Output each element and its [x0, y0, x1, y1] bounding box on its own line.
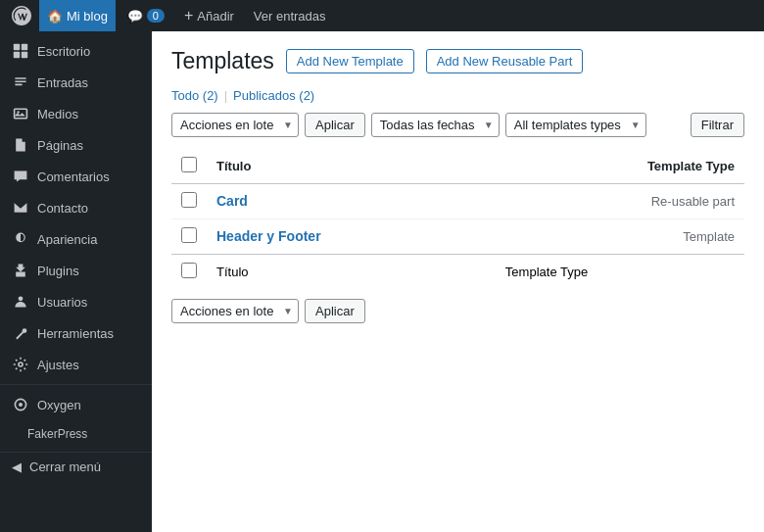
row-title-link[interactable]: Card — [216, 193, 248, 209]
sidebar-label-apariencia: Apariencia — [37, 232, 97, 247]
tfoot-type: Template Type — [496, 254, 744, 289]
batch-actions-select[interactable]: Acciones en lote — [171, 113, 299, 137]
svg-rect-4 — [15, 109, 27, 119]
close-menu[interactable]: ◀ Cerrar menú — [0, 452, 152, 481]
tfoot-select-all-checkbox[interactable] — [181, 263, 197, 278]
settings-icon — [12, 356, 29, 373]
bottom-filter-row: Acciones en lote ▼ Aplicar — [171, 299, 744, 323]
comment-icon: 💬 — [127, 9, 143, 24]
sidebar-label-medios: Medios — [37, 107, 78, 121]
add-new-template-button[interactable]: Add New Template — [286, 49, 414, 73]
svg-point-5 — [17, 111, 19, 113]
select-all-checkbox[interactable] — [181, 157, 197, 172]
dates-select[interactable]: Todas las fechas — [371, 113, 500, 137]
home-icon: 🏠 — [47, 9, 63, 24]
sidebar-item-usuarios[interactable]: Usuarios — [0, 286, 152, 317]
row-checkbox[interactable] — [181, 227, 197, 243]
row-checkbox-cell — [171, 183, 207, 218]
sidebar-item-fakerpress[interactable]: FakerPress — [0, 420, 152, 448]
templates-table: Título Template Type Card Re-usable part… — [171, 149, 744, 289]
admin-bar-view-posts[interactable]: Ver entradas — [246, 0, 334, 31]
svg-point-9 — [19, 403, 23, 407]
apply-batch-button[interactable]: Aplicar — [305, 113, 365, 137]
sidebar-item-contacto[interactable]: Contacto — [0, 192, 152, 223]
bottom-batch-actions-select[interactable]: Acciones en lote — [171, 299, 299, 323]
bottom-apply-button[interactable]: Aplicar — [305, 299, 365, 323]
media-icon — [12, 105, 29, 122]
sidebar-item-comentarios[interactable]: Comentarios — [0, 161, 152, 192]
svg-rect-3 — [22, 52, 27, 58]
sidebar-label-entradas: Entradas — [37, 75, 88, 90]
sidebar: Escritorio Entradas Medios Páginas Comen — [0, 31, 152, 532]
sidebar-item-medios[interactable]: Medios — [0, 98, 152, 129]
close-menu-icon: ◀ — [12, 459, 22, 474]
row-checkbox[interactable] — [181, 192, 197, 208]
filter-row: Acciones en lote ▼ Aplicar Todas las fec… — [171, 113, 744, 137]
row-title-link[interactable]: Header y Footer — [216, 228, 321, 244]
row-type-cell: Template — [496, 218, 744, 254]
page-title: Templates — [171, 47, 274, 76]
sidebar-item-apariencia[interactable]: Apariencia — [0, 223, 152, 255]
sidebar-item-plugins[interactable]: Plugins — [0, 255, 152, 286]
close-menu-label: Cerrar menú — [29, 459, 101, 474]
admin-bar-add[interactable]: + Añadir — [176, 0, 242, 31]
sidebar-label-herramientas: Herramientas — [37, 326, 114, 341]
dashboard-icon — [12, 42, 29, 60]
sidebar-label-oxygen: Oxygen — [37, 398, 81, 412]
users-icon — [12, 293, 29, 311]
table-row: Card Re-usable part — [171, 183, 744, 218]
row-title-cell: Header y Footer — [207, 218, 496, 254]
types-select[interactable]: All templates types — [505, 113, 646, 137]
sidebar-item-ajustes[interactable]: Ajustes — [0, 349, 152, 380]
sidebar-label-contacto: Contacto — [37, 201, 88, 216]
site-name: Mi blog — [67, 9, 108, 24]
types-wrapper: All templates types ▼ — [505, 113, 646, 137]
row-type-cell: Re-usable part — [496, 183, 744, 218]
admin-bar: 🏠 Mi blog 💬 0 + Añadir Ver entradas — [0, 0, 764, 31]
dates-wrapper: Todas las fechas ▼ — [371, 113, 500, 137]
comment-count: 0 — [147, 9, 165, 23]
filter-all-link[interactable]: Todo (2) — [171, 88, 218, 103]
filter-separator: | — [224, 88, 227, 103]
sidebar-item-herramientas[interactable]: Herramientas — [0, 317, 152, 349]
sidebar-label-comentarios: Comentarios — [37, 169, 110, 184]
sidebar-label-plugins: Plugins — [37, 264, 79, 278]
sidebar-label-usuarios: Usuarios — [37, 295, 87, 310]
sidebar-item-paginas[interactable]: Páginas — [0, 129, 152, 161]
batch-actions-wrapper: Acciones en lote ▼ — [171, 113, 299, 137]
svg-rect-2 — [14, 52, 20, 58]
appearance-icon — [12, 230, 29, 248]
row-title-cell: Card — [207, 183, 496, 218]
tools-icon — [12, 324, 29, 342]
sidebar-label-ajustes: Ajustes — [37, 358, 79, 372]
sidebar-item-escritorio[interactable]: Escritorio — [0, 35, 152, 67]
sidebar-item-entradas[interactable]: Entradas — [0, 67, 152, 98]
plus-icon: + — [184, 7, 193, 24]
admin-bar-comments[interactable]: 💬 0 — [119, 0, 172, 31]
sidebar-label-fakerpress: FakerPress — [27, 427, 87, 441]
sidebar-label-escritorio: Escritorio — [37, 44, 90, 59]
posts-icon — [12, 73, 29, 91]
filter-links: Todo (2) | Publicados (2) — [171, 88, 744, 103]
pages-icon — [12, 136, 29, 154]
filter-published-link[interactable]: Publicados (2) — [233, 88, 314, 103]
add-new-reusable-part-button[interactable]: Add New Reusable Part — [426, 49, 584, 73]
sidebar-item-oxygen[interactable]: Oxygen — [0, 389, 152, 420]
svg-point-7 — [19, 363, 23, 366]
oxygen-icon — [12, 396, 29, 413]
admin-bar-site[interactable]: 🏠 Mi blog — [39, 0, 116, 31]
sidebar-label-paginas: Páginas — [37, 138, 83, 153]
tfoot-checkbox-cell — [171, 254, 207, 289]
wp-logo[interactable] — [8, 0, 35, 31]
bottom-batch-actions-wrapper: Acciones en lote ▼ — [171, 299, 299, 323]
th-title: Título — [207, 149, 496, 184]
tfoot-title: Título — [207, 254, 496, 289]
th-type: Template Type — [496, 149, 744, 184]
svg-point-6 — [19, 296, 24, 301]
main-layout: Escritorio Entradas Medios Páginas Comen — [0, 31, 764, 532]
table-row: Header y Footer Template — [171, 218, 744, 254]
row-checkbox-cell — [171, 218, 207, 254]
filter-button[interactable]: Filtrar — [691, 113, 744, 137]
content-area: Templates Add New Template Add New Reusa… — [152, 31, 764, 532]
sidebar-divider — [0, 384, 152, 385]
